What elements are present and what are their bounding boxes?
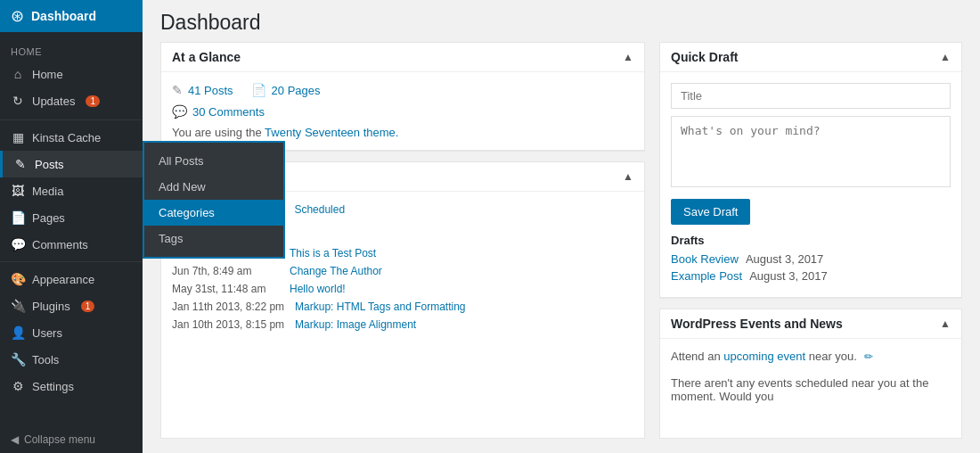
sidebar-item-media[interactable]: 🖼 Media: [0, 177, 143, 204]
sidebar-item-settings-label: Settings: [32, 380, 74, 393]
sidebar-item-comments[interactable]: 💬 Comments: [0, 231, 143, 258]
wp-events-toggle[interactable]: ▲: [940, 317, 951, 330]
posts-stat[interactable]: ✎ 41 Posts: [172, 83, 233, 97]
sidebar-item-kinsta-label: Kinsta Cache: [32, 131, 101, 144]
draft-item-0: Book Review August 3, 2017: [671, 252, 951, 266]
sidebar-item-comments-label: Comments: [32, 238, 88, 251]
submenu-add-new[interactable]: Add New: [144, 174, 283, 200]
sidebar-item-media-label: Media: [32, 185, 63, 198]
sidebar-item-updates-label: Updates: [32, 95, 75, 108]
no-events-text: There aren't any events scheduled near y…: [671, 376, 928, 403]
submenu-categories[interactable]: Categories: [144, 200, 283, 226]
comments-stat-value: 30 Comments: [192, 105, 265, 119]
submenu-all-posts[interactable]: All Posts: [144, 148, 283, 174]
sidebar-item-pages[interactable]: 📄 Pages: [0, 204, 143, 231]
events-text: Attend an: [671, 350, 721, 363]
drafts-section: Drafts Book Review August 3, 2017 Exampl…: [671, 234, 951, 283]
posts-submenu: All Posts Add New Categories Tags: [143, 141, 285, 259]
quick-draft-header: Quick Draft ▲: [660, 43, 961, 72]
at-a-glance-header: At a Glance ▲: [161, 43, 644, 72]
media-icon: 🖼: [11, 184, 25, 198]
comments-stat-icon: 💬: [172, 104, 187, 119]
sidebar-item-kinsta-cache[interactable]: ▦ Kinsta Cache: [0, 124, 143, 151]
appearance-icon: 🎨: [11, 272, 25, 286]
sidebar-item-users-label: Users: [32, 326, 62, 340]
draft-link-1[interactable]: Example Post: [671, 269, 742, 283]
quick-draft-body-input[interactable]: [671, 116, 951, 187]
theme-text-prefix: You are using the: [172, 126, 262, 139]
sidebar-item-appearance-label: Appearance: [32, 273, 94, 286]
pages-stat-value: 20 Pages: [272, 84, 321, 97]
sidebar-item-settings[interactable]: ⚙ Settings: [0, 373, 143, 399]
theme-link[interactable]: Twenty Seventeen theme.: [265, 126, 398, 139]
page-header: Dashboard: [143, 0, 980, 42]
pub-link-3[interactable]: Markup: HTML Tags and Formatting: [295, 301, 465, 313]
posts-stat-icon: ✎: [172, 83, 183, 97]
sidebar-item-users[interactable]: 👤 Users: [0, 319, 143, 346]
at-a-glance-widget: At a Glance ▲ ✎ 41 Posts 📄 20 Pages: [160, 42, 645, 151]
sidebar-item-posts-label: Posts: [35, 158, 64, 171]
collapse-label: Collapse menu: [24, 433, 95, 446]
sidebar-item-home-label: Home: [32, 68, 63, 81]
settings-icon: ⚙: [11, 379, 25, 393]
events-link[interactable]: upcoming event: [723, 350, 805, 363]
sidebar-header: ⊛ Dashboard: [0, 0, 143, 32]
activity-row-2: May 31st, 11:48 am Hello world!: [172, 280, 633, 298]
wp-events-widget: WordPress Events and News ▲ Attend an up…: [659, 309, 962, 439]
pencil-icon[interactable]: ✏: [864, 350, 873, 363]
sidebar-item-home[interactable]: ⌂ Home: [0, 61, 143, 87]
pages-icon: 📄: [11, 210, 25, 225]
home-icon: ⌂: [11, 67, 25, 81]
draft-date-0: August 3, 2017: [746, 252, 823, 266]
activity-toggle[interactable]: ▲: [623, 170, 633, 183]
at-a-glance-toggle[interactable]: ▲: [623, 51, 633, 63]
save-draft-button[interactable]: Save Draft: [671, 199, 750, 225]
plugins-badge: 1: [81, 301, 95, 312]
collapse-icon: ◀: [11, 433, 19, 446]
pages-stat-icon: 📄: [251, 83, 266, 97]
sidebar-item-appearance[interactable]: 🎨 Appearance: [0, 266, 143, 292]
sidebar-item-tools[interactable]: 🔧 Tools: [0, 346, 143, 373]
activity-row-3: Jan 11th 2013, 8:22 pm Markup: HTML Tags…: [172, 298, 633, 316]
quick-draft-toggle[interactable]: ▲: [940, 51, 951, 63]
events-text2: near you.: [809, 350, 857, 363]
home-section-label: Home: [0, 37, 143, 61]
at-a-glance-body: ✎ 41 Posts 📄 20 Pages 💬 30 Comments: [161, 72, 644, 150]
wp-events-title: WordPress Events and News: [671, 317, 843, 331]
pub-link-4[interactable]: Markup: Image Alignment: [295, 318, 416, 331]
sidebar-item-plugins-label: Plugins: [32, 300, 70, 313]
pages-stat[interactable]: 📄 20 Pages: [251, 83, 321, 97]
draft-link-0[interactable]: Book Review: [671, 252, 739, 266]
sidebar: ⊛ Dashboard Home ⌂ Home ↻ Updates 1 ▦ Ki…: [0, 0, 143, 453]
submenu-tags[interactable]: Tags: [144, 226, 283, 251]
right-column: Quick Draft ▲ Save Draft Drafts Book Rev…: [659, 42, 962, 439]
sidebar-item-updates[interactable]: ↻ Updates 1: [0, 87, 143, 114]
posts-stat-value: 41 Posts: [188, 84, 233, 97]
sidebar-item-tools-label: Tools: [32, 353, 59, 367]
activity-row-4: Jan 10th 2013, 8:15 pm Markup: Image Ali…: [172, 316, 633, 334]
comments-stat[interactable]: 💬 30 Comments: [172, 104, 265, 119]
sidebar-item-posts[interactable]: ✎ Posts: [0, 151, 143, 177]
pub-link-0[interactable]: This is a Test Post: [290, 247, 376, 259]
pub-link-1[interactable]: Change The Author: [290, 265, 382, 277]
plugins-icon: 🔌: [11, 299, 25, 313]
wp-events-header: WordPress Events and News ▲: [660, 309, 961, 339]
pub-link-2[interactable]: Hello world!: [290, 283, 346, 295]
updates-badge: 1: [86, 95, 100, 107]
quick-draft-title-input[interactable]: [671, 83, 951, 109]
collapse-menu[interactable]: ◀ Collapse menu: [0, 426, 143, 453]
pub-date-4: Jan 10th 2013, 8:15 pm: [172, 318, 284, 331]
glance-stats-2: 💬 30 Comments: [172, 104, 633, 119]
tools-icon: 🔧: [11, 352, 25, 367]
pub-date-2: May 31st, 11:48 am: [172, 283, 279, 295]
wp-events-body: Attend an upcoming event near you. ✏ The…: [660, 339, 961, 414]
updates-icon: ↻: [11, 94, 25, 108]
pub-date-3: Jan 11th 2013, 8:22 pm: [172, 301, 284, 313]
draft-date-1: August 3, 2017: [749, 269, 827, 283]
posts-icon: ✎: [13, 157, 28, 171]
sidebar-item-plugins[interactable]: 🔌 Plugins 1: [0, 292, 143, 319]
draft-item-1: Example Post August 3, 2017: [671, 269, 951, 283]
theme-text: You are using the Twenty Seventeen theme…: [172, 126, 633, 139]
kinsta-cache-icon: ▦: [11, 130, 25, 144]
quick-draft-widget: Quick Draft ▲ Save Draft Drafts Book Rev…: [659, 42, 962, 298]
